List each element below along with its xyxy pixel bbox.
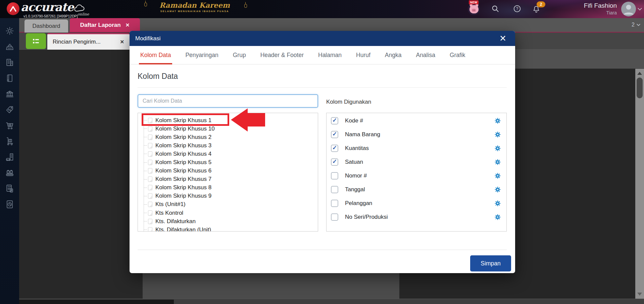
sidebar-item-sales[interactable]: Rp [0, 102, 19, 117]
sidebar-item-company[interactable] [0, 54, 19, 70]
gear-icon[interactable] [494, 117, 501, 124]
sidebar-item-inventory[interactable] [0, 133, 19, 149]
sidebar-item-manufacture[interactable] [0, 165, 19, 181]
user-name: Tiara [547, 10, 617, 15]
document-icon [148, 126, 152, 132]
dialog-tab-kolom-data[interactable]: Kolom Data [139, 52, 172, 64]
document-tab-bar: Dashboard Daftar Laporan ✕ 2 [19, 18, 644, 33]
used-column-label: Nama Barang [345, 131, 494, 138]
dialog-tab-header-footer[interactable]: Header & Footer [259, 52, 305, 64]
gear-icon[interactable] [494, 172, 501, 180]
save-button[interactable]: Simpan [470, 255, 511, 271]
close-icon[interactable]: ✕ [120, 39, 124, 45]
accurate-logo-icon[interactable] [7, 2, 19, 15]
checkbox-unchecked[interactable] [331, 200, 338, 207]
tree-item[interactable]: Kolom Skrip Khusus 8 [144, 184, 318, 192]
checkbox-checked[interactable] [331, 117, 338, 124]
gear-icon[interactable] [494, 158, 501, 166]
dialog-tab-grup[interactable]: Grup [232, 52, 247, 64]
gear-icon[interactable] [494, 200, 501, 207]
tree-item-label: Kolom Skrip Khusus 5 [155, 159, 211, 166]
tree-item-label: Kolom Skrip Khusus 2 [155, 134, 211, 141]
tax-document-icon: TAX [5, 184, 15, 194]
checkbox-unchecked[interactable] [331, 172, 338, 180]
gear-icon[interactable] [494, 145, 501, 152]
tree-item[interactable]: Kolom Skrip Khusus 4 [144, 150, 318, 158]
used-column-label: Tanggal [345, 186, 494, 193]
banner-subtitle: SELAMAT MENUNAIKAN IBADAH PUASA [148, 10, 242, 13]
close-icon[interactable]: ✕ [126, 22, 130, 28]
tree-item[interactable]: Kolom Skrip Khusus 6 [144, 167, 318, 175]
tree-item[interactable]: Kts Kontrol [144, 209, 318, 217]
checkbox-unchecked[interactable] [331, 186, 338, 193]
search-input[interactable] [138, 94, 318, 108]
chevron-down-icon[interactable] [637, 7, 642, 11]
tree-item[interactable]: Kts (Unit#1) [144, 200, 318, 209]
document-icon [148, 160, 152, 165]
tree-item[interactable]: Kts. Difakturkan [144, 217, 318, 225]
brand-suffix: online [78, 12, 89, 16]
dialog-tab-angka[interactable]: Angka [384, 52, 403, 64]
help-icon[interactable]: ? [513, 4, 522, 13]
document-icon [148, 185, 152, 190]
tree-item-label: Kolom Skrip Khusus 4 [155, 151, 211, 157]
tab-overflow-dropdown[interactable]: 2 [632, 22, 641, 28]
used-column-row: Tanggal [327, 183, 506, 196]
used-column-label: Satuan [345, 159, 494, 165]
chevron-down-icon [636, 23, 641, 27]
sidebar-item-cash-register[interactable] [0, 39, 19, 54]
scrollbar-thumb[interactable] [637, 78, 643, 98]
report-list-button[interactable] [26, 33, 46, 49]
tree-item-label: Kolom Skrip Khusus 10 [155, 125, 215, 132]
tree-item[interactable]: Kts. Difakturkan (Unit) [144, 225, 318, 232]
horizontal-scrollbar[interactable] [19, 299, 644, 304]
sidebar-item-purchases[interactable] [0, 117, 19, 133]
subtab-rincian-pengiriman[interactable]: Rincian Pengirim... ✕ [47, 33, 130, 50]
gear-icon[interactable] [494, 186, 501, 193]
search-icon[interactable] [491, 4, 500, 13]
checkbox-checked[interactable] [331, 131, 338, 138]
scrollbar-thumb[interactable] [19, 300, 174, 304]
tab-daftar-laporan[interactable]: Daftar Laporan ✕ [70, 18, 140, 32]
tree-item[interactable]: Kolom Skrip Khusus 7 [144, 175, 318, 184]
sidebar-item-settings[interactable] [0, 23, 19, 39]
scroll-down-arrow[interactable] [637, 293, 642, 296]
pig-face [469, 5, 479, 13]
scroll-up-arrow[interactable] [637, 72, 642, 75]
tree-item[interactable]: Kolom Skrip Khusus 5 [144, 158, 318, 166]
account-info[interactable]: Fifi Fashion Tiara [547, 2, 617, 15]
sidebar-item-tax[interactable]: TAX [0, 181, 19, 196]
journal-book-icon [5, 73, 15, 83]
company-name: Fifi Fashion [547, 2, 617, 9]
annotation-highlight-box [142, 113, 229, 126]
close-icon[interactable]: ✕ [499, 34, 506, 43]
tab-dashboard[interactable]: Dashboard [24, 19, 68, 33]
tree-item[interactable]: Kolom Skrip Khusus 2 [144, 133, 318, 141]
bank-icon [5, 89, 15, 99]
checkbox-checked[interactable] [331, 158, 338, 166]
gear-icon[interactable] [494, 213, 501, 221]
sidebar-item-reports[interactable] [0, 196, 19, 212]
sidebar-item-bank[interactable] [0, 86, 19, 102]
document-icon [148, 135, 152, 140]
dialog-tab-halaman[interactable]: Halaman [317, 52, 343, 64]
checkbox-checked[interactable] [331, 145, 338, 152]
notification-badge: 2 [537, 1, 545, 7]
tree-item-label: Kolom Skrip Khusus 7 [155, 176, 211, 183]
dialog-tab-penyaringan[interactable]: Penyaringan [184, 52, 219, 64]
mascot-pig-icon[interactable] [468, 3, 480, 15]
tree-item[interactable]: Kolom Skrip Khusus 9 [144, 192, 318, 200]
document-icon [148, 143, 152, 148]
dialog-tab-analisa[interactable]: Analisa [414, 52, 436, 64]
vertical-scrollbar[interactable] [635, 69, 644, 299]
dialog-tab-huruf[interactable]: Huruf [355, 52, 372, 64]
avatar[interactable] [621, 2, 636, 16]
used-column-label: Pelanggan [345, 200, 494, 207]
svg-text:TAX: TAX [7, 185, 11, 187]
gear-icon[interactable] [494, 131, 501, 138]
sidebar-item-fixed-asset[interactable] [0, 149, 19, 165]
dialog-tab-grafik[interactable]: Grafik [448, 52, 467, 64]
sidebar-item-journal[interactable] [0, 70, 19, 86]
checkbox-unchecked[interactable] [331, 213, 338, 221]
tree-item[interactable]: Kolom Skrip Khusus 3 [144, 141, 318, 150]
